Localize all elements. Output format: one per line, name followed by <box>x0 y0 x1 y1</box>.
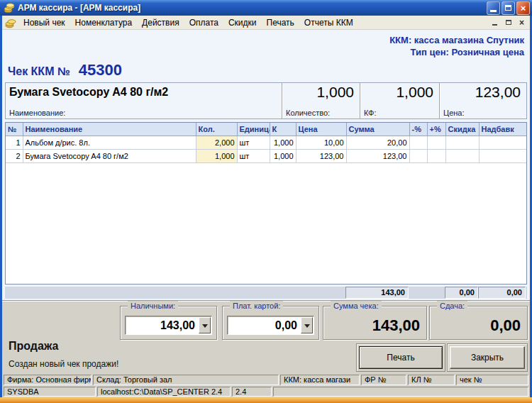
table-cell <box>479 149 526 162</box>
window-title: АРМ кассира - [АРМ кассира] <box>18 3 487 13</box>
table-cell <box>445 136 479 149</box>
table-cell: 1 <box>6 136 23 149</box>
table-cell: 10,00 <box>296 136 346 149</box>
menu-discounts[interactable]: Скидки <box>223 16 262 29</box>
status-connection: localhost:C:\Data\SP_CENTER 2.4 <box>97 387 231 397</box>
col-header-unit[interactable]: Единица <box>237 123 270 136</box>
current-item-kf: 1,000 <box>360 83 439 101</box>
menu-nomenclature[interactable]: Номенклатура <box>70 16 138 29</box>
payment-panel: Наличными: 143,00 Плат. картой: 0,00 Сум… <box>2 300 530 373</box>
current-item-price-label: Цена: <box>443 109 465 117</box>
cash-value: 143,00 <box>160 319 195 332</box>
kkm-name-line: ККМ: касса магазина Спутник <box>389 34 524 46</box>
sale-mode-label: Продажа <box>9 340 58 353</box>
status-version: 2.4 <box>232 387 272 397</box>
mdi-close-icon: × <box>519 18 524 27</box>
table-cell: 1,000 <box>270 149 296 162</box>
maximize-button[interactable] <box>501 1 515 15</box>
col-header-discount[interactable]: Скидка <box>445 123 479 136</box>
total-sum-box: 143,00 <box>345 287 409 299</box>
table-row[interactable]: 1Альбом д/рис. 8л.2,000шт1,00010,0020,00 <box>6 136 526 149</box>
print-button[interactable]: Печать <box>359 346 443 369</box>
close-check-button[interactable]: Закрыть <box>450 346 525 369</box>
table-cell: 2,000 <box>196 136 237 149</box>
app-frame: Новый чек Номенклатура Действия Оплата С… <box>0 16 532 397</box>
cash-dropdown-button[interactable] <box>199 317 211 333</box>
check-number: 45300 <box>79 61 122 79</box>
statusbar-row1: Фирма: Основная фирма Склад: Торговый за… <box>2 373 530 386</box>
card-value: 0,00 <box>275 319 297 332</box>
total-markup-box: 0,00 <box>478 287 526 299</box>
status-kkm: ККМ: касса магази <box>280 375 360 385</box>
mdi-minimize-button[interactable] <box>489 17 501 28</box>
current-item-qty-section: 1,000 Количество: <box>282 83 360 118</box>
table-cell: 1,000 <box>196 149 237 162</box>
menu-actions[interactable]: Действия <box>137 16 184 29</box>
table-cell <box>409 136 427 149</box>
table-cell: шт <box>237 136 270 149</box>
chevron-down-icon <box>304 324 310 331</box>
col-header-qty[interactable]: Кол. <box>196 123 237 136</box>
kkm-info: ККМ: касса магазина Спутник Тип цен: Роз… <box>389 34 524 58</box>
current-item-panel: Бумага Svetocopy A4 80 г/м2 Наименование… <box>5 82 527 119</box>
items-grid: № Наименование Кол. Единица К Цена Сумма… <box>5 122 527 285</box>
table-cell <box>427 149 445 162</box>
menu-new-check[interactable]: Новый чек <box>18 16 70 29</box>
chevron-down-icon <box>202 324 208 331</box>
status-check-number: чек № <box>456 375 528 385</box>
current-item-kf-label: КФ: <box>364 109 376 117</box>
table-cell <box>445 149 479 162</box>
menu-payment[interactable]: Оплата <box>184 16 223 29</box>
minimize-button[interactable] <box>487 1 500 15</box>
card-combo[interactable]: 0,00 <box>227 316 314 335</box>
receipt-table: № Наименование Кол. Единица К Цена Сумма… <box>6 123 527 163</box>
app-coins-icon <box>4 2 15 13</box>
menu-print[interactable]: Печать <box>262 16 299 29</box>
check-title-label: Чек ККМ № <box>8 65 70 77</box>
price-type-line: Тип цен: Розничная цена <box>389 46 524 58</box>
menubar: Новый чек Номенклатура Действия Оплата С… <box>2 16 530 30</box>
card-group: Плат. картой: 0,00 <box>222 306 319 340</box>
minimize-icon <box>490 10 497 12</box>
status-firm: Фирма: Основная фирма <box>4 375 92 385</box>
cash-combo[interactable]: 143,00 <box>125 316 212 335</box>
card-dropdown-button[interactable] <box>301 317 313 333</box>
status-empty <box>273 387 528 397</box>
card-label: Плат. картой: <box>230 301 283 311</box>
close-icon: × <box>521 4 526 13</box>
table-cell: 123,00 <box>296 149 346 162</box>
app-window: АРМ кассира - [АРМ кассира] × Новый чек … <box>0 0 532 403</box>
col-header-minus-pct[interactable]: -% <box>409 123 427 136</box>
col-header-name[interactable]: Наименование <box>23 123 196 136</box>
check-title: Чек ККМ №45300 <box>8 61 122 79</box>
col-header-num[interactable]: № <box>6 123 23 136</box>
mdi-restore-button[interactable] <box>502 17 514 28</box>
col-header-plus-pct[interactable]: +% <box>427 123 445 136</box>
table-cell: 1,000 <box>270 136 296 149</box>
current-item-price-section: 123,00 Цена: <box>440 83 526 118</box>
current-item-kf-section: 1,000 КФ: <box>360 83 440 118</box>
close-button[interactable]: × <box>516 1 530 15</box>
child-window-coins-icon <box>5 17 16 28</box>
current-item-name-section: Бумага Svetocopy A4 80 г/м2 Наименование… <box>6 83 282 118</box>
check-total-label: Сумма чека: <box>331 301 382 311</box>
table-row[interactable]: 2Бумага Svetocopy A4 80 г/м21,000шт1,000… <box>6 149 526 162</box>
check-total-group: Сумма чека: 143,00 <box>323 306 427 340</box>
col-header-price[interactable]: Цена <box>296 123 346 136</box>
status-user: SYSDBA <box>4 387 96 397</box>
table-cell: 2 <box>6 149 23 162</box>
taskbar-edge <box>0 397 532 403</box>
col-header-markup[interactable]: Надбавк <box>479 123 526 136</box>
col-header-sum[interactable]: Сумма <box>346 123 409 136</box>
table-cell <box>479 136 526 149</box>
mdi-close-button[interactable]: × <box>516 17 528 28</box>
status-warehouse: Склад: Торговый зал <box>93 375 279 385</box>
current-item-price: 123,00 <box>440 83 526 101</box>
change-value: 0,00 <box>490 316 521 335</box>
check-total-value: 143,00 <box>372 316 420 335</box>
titlebar: АРМ кассира - [АРМ кассира] × <box>0 0 532 16</box>
table-header-row: № Наименование Кол. Единица К Цена Сумма… <box>6 123 526 136</box>
cash-group: Наличными: 143,00 <box>120 306 217 340</box>
menu-kkm-reports[interactable]: Отчеты ККМ <box>299 16 358 29</box>
col-header-k[interactable]: К <box>270 123 296 136</box>
